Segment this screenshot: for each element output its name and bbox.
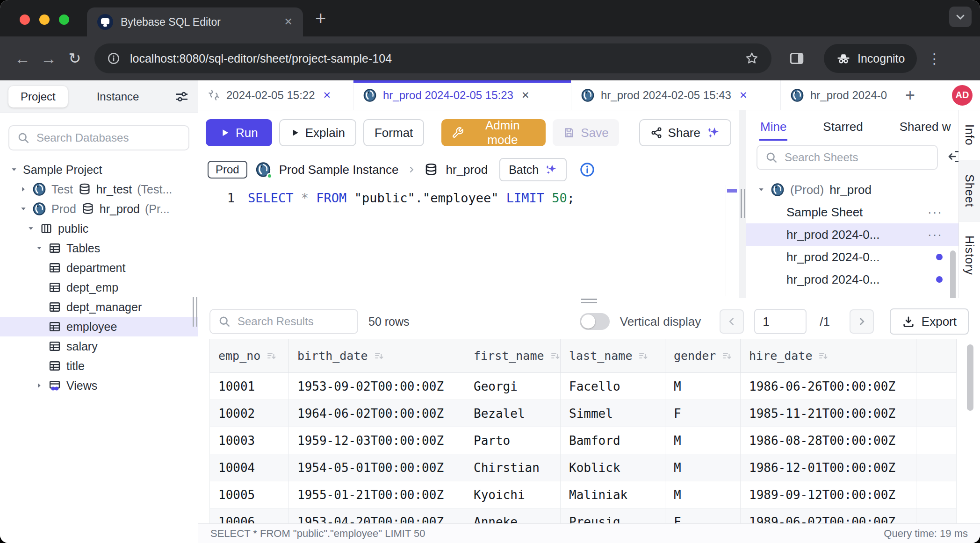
tab-mine[interactable]: Mine xyxy=(759,113,787,141)
cell[interactable]: 1959-12-03T00:00:00Z xyxy=(289,427,465,454)
cell[interactable]: Anneke xyxy=(465,508,561,524)
cell[interactable]: M xyxy=(665,373,741,400)
caret-right-icon[interactable] xyxy=(36,382,43,389)
run-button[interactable]: Run xyxy=(206,119,272,146)
cell[interactable]: 10006 xyxy=(210,508,289,524)
sort-icon[interactable] xyxy=(550,350,561,362)
cell[interactable]: M xyxy=(665,427,741,454)
close-tab-icon[interactable]: ✕ xyxy=(739,90,748,101)
bookmark-star-icon[interactable] xyxy=(744,51,759,66)
rail-tab-info[interactable]: Info xyxy=(959,110,980,160)
cell[interactable]: Georgi xyxy=(465,373,561,400)
rail-tab-history[interactable]: History xyxy=(959,221,980,289)
results-search[interactable] xyxy=(209,309,358,334)
format-button[interactable]: Format xyxy=(363,119,424,146)
results-resize-splitter[interactable] xyxy=(198,298,980,304)
tree-node-prod-db[interactable]: Prod hr_prod (Pr... xyxy=(0,199,198,219)
tab-project[interactable]: Project xyxy=(8,86,68,107)
user-avatar[interactable]: AD xyxy=(952,85,973,106)
cell[interactable]: 1953-04-20T00:00:00Z xyxy=(289,508,465,524)
caret-down-icon[interactable] xyxy=(20,205,27,213)
results-search-input[interactable] xyxy=(238,315,382,328)
back-button[interactable]: ← xyxy=(9,50,36,68)
tree-node-table-employee[interactable]: employee xyxy=(0,317,198,336)
caret-down-icon[interactable] xyxy=(757,186,765,193)
cell[interactable]: 1986-08-28T00:00:00Z xyxy=(741,427,916,454)
browser-tab[interactable]: Bytebase SQL Editor ✕ xyxy=(87,7,303,36)
cell[interactable]: 10005 xyxy=(210,481,289,508)
table-row[interactable]: 100041954-05-01T00:00:00ZChirstianKoblic… xyxy=(210,454,957,481)
panel-resize-splitter[interactable] xyxy=(739,110,746,298)
sheet-tab-3[interactable]: hr_prod 2024-02-05 15:43 ✕ xyxy=(571,80,781,110)
url-text[interactable]: localhost:8080/sql-editor/sheet/project-… xyxy=(130,52,735,65)
results-scrollbar[interactable] xyxy=(967,344,973,411)
database-search[interactable] xyxy=(8,125,189,150)
sql-editor[interactable]: 1 SELECT * FROM "public"."employee" LIMI… xyxy=(198,184,739,298)
database-name[interactable]: hr_prod xyxy=(446,163,488,177)
browser-tab-close-icon[interactable]: ✕ xyxy=(284,16,293,28)
tree-node-views[interactable]: Views xyxy=(0,376,198,395)
explain-button[interactable]: Explain xyxy=(279,119,356,146)
column-header-birth-date[interactable]: birth_date xyxy=(289,339,465,373)
sheet-menu-icon[interactable]: ··· xyxy=(928,205,943,220)
table-row[interactable]: 100051955-01-21T00:00:00ZKyoichiMaliniak… xyxy=(210,481,957,508)
sort-icon[interactable] xyxy=(818,350,829,362)
cell[interactable]: 10001 xyxy=(210,373,289,400)
table-row[interactable]: 100011953-09-02T00:00:00ZGeorgiFacelloM1… xyxy=(210,373,957,400)
cell[interactable]: Parto xyxy=(465,427,561,454)
sheet-search-input[interactable] xyxy=(785,151,930,164)
batch-button[interactable]: Batch xyxy=(499,158,567,181)
site-info-icon[interactable] xyxy=(107,51,121,65)
cell[interactable]: 1985-11-21T00:00:00Z xyxy=(741,400,916,427)
results-table-container[interactable]: emp_no birth_date first_name last_name g… xyxy=(209,339,957,523)
table-row[interactable]: 100061953-04-20T00:00:00ZAnnekePreusigF1… xyxy=(210,508,957,524)
close-tab-icon[interactable]: ✕ xyxy=(521,90,530,101)
side-panel-icon[interactable] xyxy=(788,50,805,67)
tree-node-schema-public[interactable]: public xyxy=(0,219,198,238)
new-sheet-button[interactable]: + xyxy=(905,86,915,105)
cell[interactable]: 10003 xyxy=(210,427,289,454)
cell[interactable]: 10002 xyxy=(210,400,289,427)
cell[interactable]: Koblick xyxy=(561,454,665,481)
cell[interactable]: M xyxy=(665,481,741,508)
cell[interactable]: 1989-06-02T00:00:00Z xyxy=(741,508,916,524)
table-row[interactable]: 100021964-06-02T00:00:00ZBezalelSimmelF1… xyxy=(210,400,957,427)
cell[interactable]: Bamford xyxy=(561,427,665,454)
cell[interactable]: Chirstian xyxy=(465,454,561,481)
cell[interactable]: 1954-05-01T00:00:00Z xyxy=(289,454,465,481)
info-icon[interactable] xyxy=(579,162,595,178)
sheet-menu-icon[interactable]: ··· xyxy=(928,228,943,242)
tab-shared[interactable]: Shared w xyxy=(899,113,952,141)
sort-icon[interactable] xyxy=(374,350,385,362)
tab-starred[interactable]: Starred xyxy=(822,113,864,141)
cell[interactable]: F xyxy=(665,400,741,427)
column-header-emp-no[interactable]: emp_no xyxy=(210,339,289,373)
column-header-hire-date[interactable]: hire_date xyxy=(741,339,916,373)
caret-down-icon[interactable] xyxy=(27,225,35,232)
minimize-window-button[interactable] xyxy=(39,14,50,25)
sort-icon[interactable] xyxy=(266,350,277,362)
sort-icon[interactable] xyxy=(638,350,649,362)
editor-minimap[interactable] xyxy=(726,185,738,296)
cell[interactable]: Kyoichi xyxy=(465,481,561,508)
table-row[interactable]: 100031959-12-03T00:00:00ZPartoBamfordM19… xyxy=(210,427,957,454)
caret-down-icon[interactable] xyxy=(36,244,43,252)
tree-node-table-dept-emp[interactable]: dept_emp xyxy=(0,278,198,297)
sheet-group-node[interactable]: (Prod) hr_prod xyxy=(746,179,958,201)
address-bar[interactable]: localhost:8080/sql-editor/sheet/project-… xyxy=(94,43,771,73)
sheet-tab-1[interactable]: 2024-02-05 15:22 ✕ xyxy=(198,80,353,110)
instance-name[interactable]: Prod Sample Instance xyxy=(279,163,399,177)
export-button[interactable]: Export xyxy=(890,308,969,335)
tree-node-table-dept-manager[interactable]: dept_manager xyxy=(0,297,198,317)
tree-node-project[interactable]: Sample Project xyxy=(0,160,198,179)
tree-node-table-salary[interactable]: salary xyxy=(0,336,198,356)
sheet-search[interactable] xyxy=(757,145,938,170)
cell[interactable]: M xyxy=(665,454,741,481)
cell[interactable]: Bezalel xyxy=(465,400,561,427)
caret-down-icon[interactable] xyxy=(10,166,18,173)
cell[interactable]: Maliniak xyxy=(561,481,665,508)
sheet-list-scrollbar[interactable] xyxy=(950,250,956,298)
column-header-gender[interactable]: gender xyxy=(665,339,741,373)
new-tab-button[interactable]: + xyxy=(315,9,326,28)
sheet-tab-2-active[interactable]: hr_prod 2024-02-05 15:23 ✕ xyxy=(353,80,571,110)
